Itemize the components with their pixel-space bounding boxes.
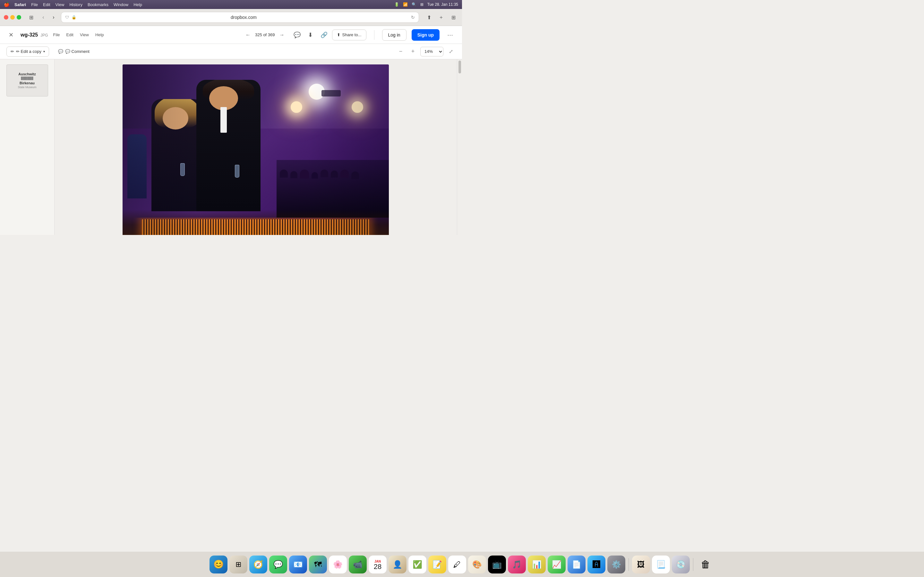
close-window-button[interactable] — [4, 15, 8, 19]
dropbox-app-bar: ✕ wg-325 JPG File Edit View Help ← 325 o… — [0, 26, 462, 44]
main-image — [123, 64, 389, 235]
file-info: wg-325 JPG — [21, 32, 48, 38]
menubar-app-name[interactable]: Safari — [15, 2, 26, 7]
candle-row — [123, 218, 389, 235]
thumbnail-blur: ██████ — [18, 77, 36, 80]
glass-right — [235, 165, 239, 177]
viewer-content: Auschwitz ██████ Birkenau State Museum — [0, 59, 462, 235]
file-menu-view[interactable]: View — [80, 31, 89, 39]
photo-background — [123, 64, 389, 235]
pencil-icon: ✏ — [11, 49, 14, 54]
download-button[interactable]: ⬇ — [305, 29, 316, 40]
browser-toolbar: ⊞ ‹ › 🛡 🔒 dropbox.com ↻ ⬆ ＋ ⊞ — [0, 9, 462, 26]
thumbnail-text-line1: Auschwitz — [18, 72, 36, 76]
crowd-silhouettes — [276, 169, 389, 179]
battery-icon: 🔋 — [394, 2, 399, 7]
close-file-button[interactable]: ✕ — [6, 31, 15, 39]
nav-arrows: ‹ › — [39, 13, 58, 21]
new-tab-button[interactable]: ＋ — [436, 13, 446, 21]
dropbox-actions: 💬 ⬇ 🔗 ⬆ Share to... — [292, 29, 367, 40]
crowd-area — [276, 160, 389, 218]
scrollbar-thumb[interactable] — [459, 61, 461, 73]
next-file-button[interactable]: → — [278, 31, 286, 39]
file-menu-edit[interactable]: Edit — [66, 31, 73, 39]
edit-copy-label: ✏ Edit a copy — [16, 49, 41, 54]
divider — [374, 30, 375, 40]
search-icon[interactable]: 🔍 — [412, 2, 417, 7]
menubar-window[interactable]: Window — [113, 2, 128, 7]
login-button[interactable]: Log in — [382, 29, 407, 41]
comment-action-button[interactable]: 💬 — [292, 29, 302, 40]
tabs-overview-button[interactable]: ⊞ — [449, 13, 458, 21]
share-browser-button[interactable]: ⬆ — [424, 13, 434, 21]
thumbnail-text-line2: Birkenau — [18, 81, 36, 85]
chevron-down-icon: ▾ — [43, 50, 45, 53]
lock-icon: 🔒 — [71, 15, 76, 19]
fullscreen-button[interactable]: ⤢ — [446, 47, 456, 56]
forward-button[interactable]: › — [49, 13, 58, 21]
viewer-toolbar: ✏ ✏ Edit a copy ▾ 💬 💬 Comment − + 14% 10… — [0, 44, 462, 59]
traffic-lights — [4, 15, 21, 19]
file-name: wg-325 — [21, 32, 38, 38]
file-menu: File Edit View Help — [53, 31, 104, 39]
comment-button[interactable]: 💬 💬 Comment — [54, 47, 94, 57]
background-figure — [128, 134, 147, 198]
comment-label: 💬 Comment — [65, 49, 89, 54]
spotlight-2 — [291, 101, 302, 113]
signup-button[interactable]: Sign up — [412, 29, 439, 41]
menubar-history[interactable]: History — [69, 2, 82, 7]
right-panel — [457, 59, 462, 235]
menubar-help[interactable]: Help — [134, 2, 142, 7]
thumbnail-image[interactable]: Auschwitz ██████ Birkenau State Museum — [6, 64, 48, 97]
zoom-select[interactable]: 14% 10% 25% 50% 75% 100% — [420, 47, 443, 56]
menubar-right: 🔋 📶 🔍 ⊞ Tue 28. Jan 11:35 — [394, 2, 458, 7]
figure-man — [196, 80, 260, 211]
fullscreen-window-button[interactable] — [17, 15, 21, 19]
wifi-icon: 📶 — [403, 2, 408, 7]
candle-reflection — [123, 234, 389, 235]
stage-equipment — [321, 90, 341, 97]
file-menu-file[interactable]: File — [53, 31, 60, 39]
menubar-edit[interactable]: Edit — [43, 2, 50, 7]
reload-icon[interactable]: ↻ — [411, 15, 415, 20]
browser-chrome: ⊞ ‹ › 🛡 🔒 dropbox.com ↻ ⬆ ＋ ⊞ — [0, 9, 462, 26]
share-label: Share to... — [342, 32, 362, 37]
menubar: 🍎 Safari File Edit View History Bookmark… — [0, 0, 462, 9]
url-text: dropbox.com — [79, 15, 409, 20]
menubar-file[interactable]: File — [31, 2, 38, 7]
back-button[interactable]: ‹ — [39, 13, 48, 21]
menubar-left: 🍎 Safari File Edit View History Bookmark… — [4, 2, 142, 7]
figure-woman — [152, 99, 203, 211]
share-button[interactable]: ⬆ Share to... — [332, 29, 367, 40]
link-button[interactable]: 🔗 — [318, 29, 330, 40]
more-options-button[interactable]: ⋯ — [445, 29, 456, 40]
zoom-in-button[interactable]: + — [408, 47, 418, 56]
menubar-bookmarks[interactable]: Bookmarks — [87, 2, 108, 7]
browser-actions: ⬆ ＋ ⊞ — [424, 13, 458, 21]
glass-left — [180, 163, 185, 176]
counter-text: 325 of 369 — [255, 32, 275, 37]
minimize-window-button[interactable] — [10, 15, 15, 19]
clock: Tue 28. Jan 11:35 — [427, 2, 458, 7]
file-extension: JPG — [40, 33, 48, 37]
thumbnail-subtext: State Museum — [18, 85, 36, 89]
file-menu-help[interactable]: Help — [95, 31, 104, 39]
candles-section — [123, 210, 389, 235]
nav-counter: ← 325 of 369 → — [244, 31, 286, 39]
share-icon: ⬆ — [337, 32, 341, 37]
viewer-toolbar-right: − + 14% 10% 25% 50% 75% 100% ⤢ — [396, 47, 456, 56]
sidebar-toggle-button[interactable]: ⊞ — [26, 13, 36, 21]
prev-file-button[interactable]: ← — [244, 31, 252, 39]
apple-menu[interactable]: 🍎 — [4, 2, 9, 7]
control-center-icon[interactable]: ⊞ — [420, 2, 423, 7]
image-area — [55, 59, 457, 235]
privacy-shield-icon: 🛡 — [65, 15, 69, 19]
edit-copy-button[interactable]: ✏ ✏ Edit a copy ▾ — [6, 47, 49, 57]
thumbnail-sidebar: Auschwitz ██████ Birkenau State Museum — [0, 59, 55, 235]
comment-icon: 💬 — [58, 49, 63, 54]
menubar-view[interactable]: View — [55, 2, 65, 7]
zoom-out-button[interactable]: − — [396, 47, 405, 56]
address-bar[interactable]: 🛡 🔒 dropbox.com ↻ — [61, 12, 419, 23]
spotlight-3 — [352, 101, 363, 113]
